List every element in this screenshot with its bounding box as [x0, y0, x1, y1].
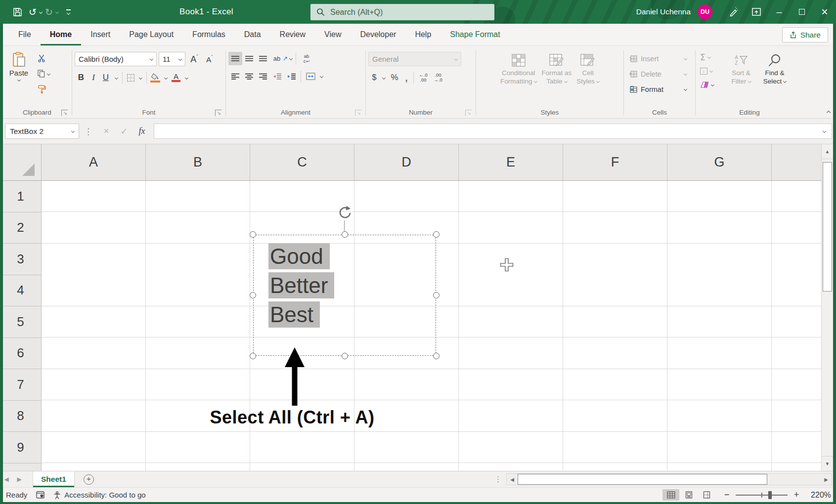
conditional-formatting-button[interactable]: Conditional Formatting	[500, 48, 537, 107]
sheetbar-gripper[interactable]: ⋮	[494, 475, 502, 484]
increase-font-size-button[interactable]: Aˆ	[187, 52, 201, 66]
fill-button[interactable]: ↓	[698, 65, 724, 77]
format-as-table-button[interactable]: Format as Table	[542, 48, 572, 107]
decrease-font-size-button[interactable]: Aˇ	[203, 52, 216, 66]
name-box[interactable]: TextBox 2	[5, 124, 79, 139]
borders-button[interactable]	[125, 71, 136, 84]
format-painter-button[interactable]	[35, 83, 60, 95]
increase-decimal-button[interactable]: ←.0.00	[416, 71, 431, 84]
undo-button[interactable]: ↺	[29, 3, 37, 20]
scroll-left-button[interactable]: ◀	[507, 477, 518, 482]
resize-handle-top-left[interactable]	[250, 231, 256, 238]
cancel-button[interactable]: ×	[97, 124, 115, 139]
insert-cells-button[interactable]: Insert	[626, 52, 690, 65]
enter-button[interactable]: ✓	[115, 124, 133, 139]
number-format-combo[interactable]: General	[368, 52, 461, 66]
merge-center-dropdown[interactable]	[318, 70, 325, 83]
tab-file[interactable]: File	[9, 24, 41, 45]
column-header-b[interactable]: B	[146, 144, 250, 180]
sort-filter-button[interactable]: AZ Sort & Filter	[725, 48, 757, 107]
resize-handle-bottom-right[interactable]	[433, 353, 440, 359]
row-header-9[interactable]: 9	[0, 432, 41, 463]
bottom-align-button[interactable]	[256, 52, 270, 65]
decrease-decimal-button[interactable]: .00→.0	[431, 71, 445, 84]
next-sheet-button[interactable]: ▶	[13, 476, 26, 483]
row-header-4[interactable]: 4	[0, 275, 41, 307]
column-header-d[interactable]: D	[354, 144, 459, 180]
row-header-5[interactable]: 5	[0, 306, 41, 338]
search-box[interactable]: Search (Alt+Q)	[310, 4, 494, 20]
comma-style-button[interactable]: ,	[401, 71, 411, 84]
fill-color-button[interactable]	[149, 71, 162, 84]
borders-dropdown[interactable]	[136, 71, 144, 84]
row-header-7[interactable]: 7	[0, 369, 41, 401]
sheet-tab-sheet1[interactable]: Sheet1	[33, 471, 75, 487]
resize-handle-top-middle[interactable]	[342, 231, 348, 238]
format-cells-button[interactable]: Format	[626, 83, 690, 95]
row-header-2[interactable]: 2	[0, 212, 41, 244]
scroll-up-button[interactable]: ▲	[822, 144, 833, 159]
font-name-combo[interactable]: Calibri (Body)	[75, 52, 157, 66]
normal-view-button[interactable]	[662, 489, 679, 501]
decrease-indent-button[interactable]	[270, 70, 284, 83]
italic-button[interactable]: I	[88, 71, 99, 84]
horizontal-scroll-thumb[interactable]	[518, 474, 767, 485]
align-center-button[interactable]	[242, 70, 256, 83]
dialog-launcher-icon[interactable]: ↘	[61, 110, 68, 116]
align-right-button[interactable]	[256, 70, 270, 83]
bold-button[interactable]: B	[75, 71, 88, 84]
macro-recording-button[interactable]	[36, 491, 44, 499]
vertical-scrollbar[interactable]: ▲ ▼	[821, 144, 833, 471]
tab-shape-format[interactable]: Shape Format	[440, 24, 509, 45]
horizontal-scrollbar[interactable]: ◀ ▶	[506, 473, 832, 485]
column-header-g[interactable]: G	[667, 144, 772, 180]
accounting-format-button[interactable]: $	[368, 71, 380, 84]
find-select-button[interactable]: Find & Select	[758, 48, 791, 107]
autosum-button[interactable]: Σ	[698, 51, 724, 63]
resize-handle-bottom-left[interactable]	[250, 353, 256, 359]
redo-dropdown[interactable]	[54, 3, 60, 20]
minimize-button[interactable]: –	[768, 0, 791, 24]
scroll-down-button[interactable]: ▼	[822, 456, 833, 471]
row-header-3[interactable]: 3	[0, 244, 41, 275]
zoom-out-button[interactable]: −	[722, 490, 731, 500]
cell-styles-button[interactable]: Cell Styles	[576, 48, 599, 107]
selected-text[interactable]: Good	[268, 243, 330, 269]
tab-help[interactable]: Help	[405, 24, 440, 45]
column-header-c[interactable]: C	[250, 144, 354, 180]
undo-dropdown[interactable]	[38, 3, 44, 20]
customize-quick-access-button[interactable]	[65, 3, 72, 20]
increase-indent-button[interactable]	[284, 70, 299, 83]
expand-formula-bar-icon[interactable]	[823, 129, 826, 133]
selected-text[interactable]: Best	[268, 301, 320, 328]
zoom-slider[interactable]	[736, 491, 788, 500]
page-layout-view-button[interactable]	[680, 489, 697, 501]
accessibility-status[interactable]: Accessibility: Good to go	[53, 491, 145, 499]
column-header-f[interactable]: F	[563, 144, 667, 180]
middle-align-button[interactable]	[242, 52, 256, 65]
textbox-shape[interactable]: GoodBetterBest	[253, 235, 436, 356]
tab-developer[interactable]: Developer	[351, 24, 405, 45]
select-all-corner[interactable]	[0, 144, 42, 181]
orientation-button[interactable]: ab ↗	[272, 52, 294, 65]
top-align-button[interactable]	[228, 52, 242, 65]
row-header-partial[interactable]	[0, 463, 41, 471]
rotation-handle[interactable]	[337, 205, 352, 222]
vertical-scroll-thumb[interactable]	[823, 162, 832, 292]
align-left-button[interactable]	[228, 70, 242, 83]
new-sheet-button[interactable]: +	[84, 474, 94, 485]
resize-handle-top-right[interactable]	[433, 231, 440, 238]
copy-button[interactable]	[35, 68, 60, 80]
page-break-preview-button[interactable]	[698, 489, 715, 501]
column-header-partial[interactable]	[772, 144, 821, 180]
formula-bar-gripper[interactable]: ⋮	[84, 126, 92, 136]
column-header-a[interactable]: A	[42, 144, 146, 180]
underline-dropdown[interactable]	[112, 71, 120, 84]
insert-function-button[interactable]: fx	[133, 124, 151, 139]
tab-formulas[interactable]: Formulas	[183, 24, 235, 45]
close-button[interactable]: ×	[813, 0, 836, 24]
scroll-right-button[interactable]: ▶	[821, 477, 832, 482]
underline-button[interactable]: U	[99, 71, 112, 84]
accounting-format-dropdown[interactable]	[380, 71, 388, 84]
tab-insert[interactable]: Insert	[81, 24, 120, 45]
